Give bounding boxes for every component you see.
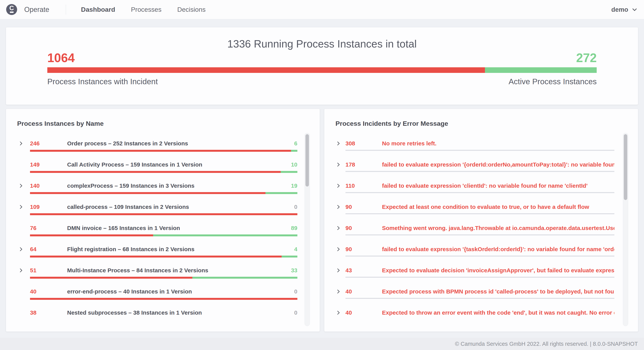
row-divider <box>346 298 614 299</box>
error-message[interactable]: No more retries left. <box>382 140 614 147</box>
incident-error-row[interactable]: 308No more retries left. <box>336 133 614 154</box>
incident-error-row[interactable]: 178failed to evaluate expression '{order… <box>336 154 614 175</box>
incident-count[interactable]: 90 <box>346 225 382 231</box>
process-name[interactable]: error-end-process – 40 Instances in 1 Ve… <box>67 288 294 295</box>
active-count[interactable]: 0 <box>294 310 298 316</box>
active-count[interactable]: 33 <box>291 267 298 274</box>
incident-count[interactable]: 64 <box>30 246 67 252</box>
expand-chevron-icon[interactable] <box>336 310 346 315</box>
process-name[interactable]: Call Activity Process – 159 Instances in… <box>67 161 291 168</box>
scrollbar-thumb[interactable] <box>306 134 309 186</box>
incident-error-row[interactable]: 43Expected to evaluate decision 'invoice… <box>336 260 614 281</box>
active-count[interactable]: 0 <box>294 204 298 210</box>
incident-count[interactable]: 51 <box>30 267 67 274</box>
error-message[interactable]: failed to evaluate expression '{taskOrde… <box>382 246 614 252</box>
error-message[interactable]: Expected process with BPMN process id 'c… <box>382 288 614 295</box>
incidents-list: 308No more retries left.178failed to eva… <box>336 133 614 318</box>
incident-count[interactable]: 149 <box>30 161 67 168</box>
tab-processes[interactable]: Processes <box>131 6 162 13</box>
process-instance-row[interactable]: 109called-process – 109 Instances in 2 V… <box>18 196 298 218</box>
process-instance-row[interactable]: 76DMN invoice – 165 Instances in 1 Versi… <box>18 218 298 239</box>
active-count[interactable]: 10 <box>291 161 298 168</box>
expand-chevron-icon[interactable] <box>336 141 346 146</box>
active-count[interactable]: 6 <box>294 140 298 147</box>
process-name[interactable]: DMN invoice – 165 Instances in 1 Version <box>67 225 291 231</box>
incident-count[interactable]: 90 <box>346 246 382 252</box>
process-name[interactable]: Flight registration – 68 Instances in 2 … <box>67 246 294 252</box>
expand-chevron-icon[interactable] <box>18 268 30 273</box>
process-instance-row[interactable]: 38Nested subprocesses – 38 Instances in … <box>18 302 298 318</box>
incident-error-row[interactable]: 90failed to evaluate expression '{taskOr… <box>336 239 614 260</box>
scrollbar-track[interactable] <box>623 133 628 326</box>
process-name[interactable]: Order process – 252 Instances in 2 Versi… <box>67 140 294 147</box>
process-instance-row[interactable]: 246Order process – 252 Instances in 2 Ve… <box>18 133 298 154</box>
incident-count[interactable]: 40 <box>346 288 382 295</box>
nav-divider <box>66 4 66 14</box>
instances-ratio-bar <box>47 67 597 73</box>
incidents-total-count[interactable]: 1064 <box>47 51 75 64</box>
row-divider <box>346 171 614 172</box>
expand-chevron-icon[interactable] <box>336 204 346 210</box>
process-instance-row[interactable]: 40error-end-process – 40 Instances in 1 … <box>18 281 298 302</box>
incident-error-row[interactable]: 110failed to evaluate expression 'client… <box>336 175 614 196</box>
incident-count[interactable]: 40 <box>346 310 382 316</box>
incident-count[interactable]: 246 <box>30 140 67 147</box>
incidents-bar-segment <box>47 67 485 73</box>
expand-chevron-icon[interactable] <box>336 183 346 188</box>
error-message[interactable]: failed to evaluate expression '{orderId:… <box>382 161 614 168</box>
incident-count[interactable]: 76 <box>30 225 67 231</box>
expand-chevron-icon[interactable] <box>18 247 30 252</box>
incident-count[interactable]: 110 <box>346 182 382 189</box>
tab-dashboard[interactable]: Dashboard <box>81 6 115 13</box>
process-name[interactable]: called-process – 109 Instances in 2 Vers… <box>67 204 294 210</box>
user-menu[interactable]: demo <box>611 6 638 13</box>
active-total-count[interactable]: 272 <box>576 51 597 64</box>
instances-by-name-panel: Process Instances by Name 246Order proce… <box>6 109 320 332</box>
error-message[interactable]: Expected at least one condition to evalu… <box>382 204 614 210</box>
process-instance-row[interactable]: 51Multi-Instance Process – 84 Instances … <box>18 260 298 281</box>
scrollbar-thumb[interactable] <box>624 134 627 200</box>
incident-count[interactable]: 90 <box>346 204 382 210</box>
incident-error-row[interactable]: 40Expected process with BPMN process id … <box>336 281 614 302</box>
active-count[interactable]: 19 <box>291 182 298 189</box>
row-divider <box>346 256 614 256</box>
incident-count[interactable]: 38 <box>30 310 67 316</box>
expand-chevron-icon[interactable] <box>18 141 30 146</box>
process-name[interactable]: Multi-Instance Process – 84 Instances in… <box>67 267 291 274</box>
camunda-logo-icon[interactable]: C <box>6 4 17 15</box>
expand-chevron-icon[interactable] <box>18 183 30 188</box>
incident-count[interactable]: 40 <box>30 288 67 295</box>
active-count[interactable]: 4 <box>294 246 298 252</box>
instances-ratio-bar <box>30 213 298 215</box>
expand-chevron-icon[interactable] <box>336 289 346 294</box>
scrollbar-track[interactable] <box>304 133 310 326</box>
expand-chevron-icon[interactable] <box>336 268 346 273</box>
tab-decisions[interactable]: Decisions <box>177 6 206 13</box>
active-count[interactable]: 89 <box>291 225 298 231</box>
process-instance-row[interactable]: 140complexProcess – 159 Instances in 3 V… <box>18 175 298 196</box>
expand-chevron-icon[interactable] <box>18 204 30 210</box>
instances-ratio-bar <box>30 150 298 152</box>
process-name[interactable]: Nested subprocesses – 38 Instances in 1 … <box>67 310 294 316</box>
process-name[interactable]: complexProcess – 159 Instances in 3 Vers… <box>67 182 291 189</box>
active-count[interactable]: 0 <box>294 288 298 295</box>
error-message[interactable]: Something went wrong. java.lang.Throwabl… <box>382 225 614 231</box>
process-instance-row[interactable]: 64Flight registration – 68 Instances in … <box>18 239 298 260</box>
incident-error-row[interactable]: 40Expected to throw an error event with … <box>336 302 614 318</box>
row-divider <box>346 277 614 278</box>
expand-chevron-icon[interactable] <box>336 247 346 252</box>
error-message[interactable]: Expected to evaluate decision 'invoiceAs… <box>382 267 614 274</box>
incident-count[interactable]: 308 <box>346 140 382 147</box>
incident-count[interactable]: 140 <box>30 182 67 189</box>
row-divider <box>346 150 614 151</box>
incident-error-row[interactable]: 90Something went wrong. java.lang.Throwa… <box>336 218 614 239</box>
incident-error-row[interactable]: 90Expected at least one condition to eva… <box>336 196 614 218</box>
expand-chevron-icon[interactable] <box>336 226 346 230</box>
incident-count[interactable]: 109 <box>30 204 67 210</box>
error-message[interactable]: failed to evaluate expression 'clientId'… <box>382 182 614 189</box>
process-instance-row[interactable]: 149Call Activity Process – 159 Instances… <box>18 154 298 175</box>
incident-count[interactable]: 43 <box>346 267 382 274</box>
error-message[interactable]: Expected to throw an error event with th… <box>382 310 614 316</box>
expand-chevron-icon[interactable] <box>336 162 346 167</box>
incident-count[interactable]: 178 <box>346 161 382 168</box>
